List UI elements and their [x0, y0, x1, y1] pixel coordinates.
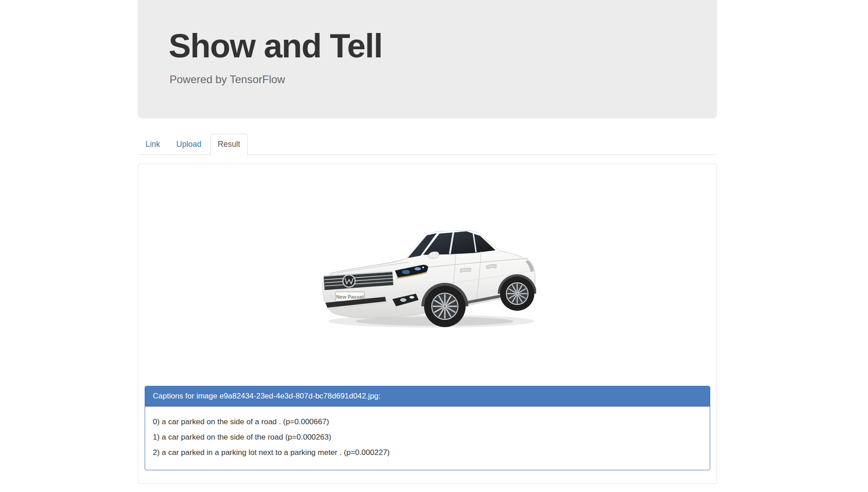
tab-bar: Link Upload Result: [138, 134, 717, 155]
page-title: Show and Tell: [169, 28, 690, 64]
page: Show and Tell Powered by TensorFlow Link…: [0, 0, 868, 492]
rear-wheel: [500, 276, 534, 311]
car-image: New Passat: [319, 226, 536, 330]
captions-panel-body: 0) a car parked on the side of a road . …: [145, 407, 710, 470]
caption-line-2: 2) a car parked in a parking lot next to…: [153, 448, 702, 457]
tab-upload: Upload: [169, 134, 210, 155]
caption-line-1: 1) a car parked on the side of the road …: [153, 433, 702, 442]
caption-line-0: 0) a car parked on the side of a road . …: [153, 417, 702, 426]
front-wheel: [424, 286, 466, 327]
tab-link-label[interactable]: Link: [138, 134, 168, 155]
captions-panel: Captions for image e9a82434-23ed-4e3d-80…: [145, 386, 710, 470]
tab-upload-label[interactable]: Upload: [169, 134, 209, 155]
result-image-container: New Passat: [145, 170, 710, 386]
tab-result: Result: [210, 134, 249, 155]
captions-panel-heading: Captions for image e9a82434-23ed-4e3d-80…: [145, 386, 710, 407]
tab-result-label[interactable]: Result: [210, 134, 248, 155]
vw-badge-icon: [343, 275, 355, 287]
result-panel: New Passat: [138, 164, 717, 484]
jumbotron: Show and Tell Powered by TensorFlow: [138, 0, 717, 118]
car-plate-text: New Passat: [336, 294, 363, 300]
main-container: Show and Tell Powered by TensorFlow Link…: [138, 0, 717, 484]
tab-link: Link: [138, 134, 169, 155]
page-subtitle: Powered by TensorFlow: [170, 73, 690, 86]
